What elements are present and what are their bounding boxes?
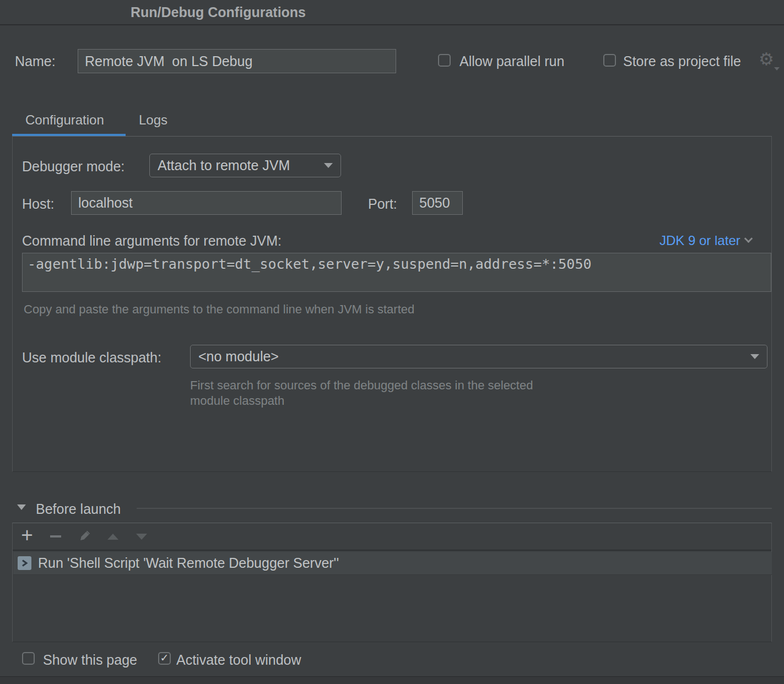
store-as-project-file-checkbox[interactable] xyxy=(603,54,616,67)
name-label: Name: xyxy=(15,53,56,69)
dialog-bottom-strip xyxy=(0,676,784,684)
allow-parallel-run-checkbox[interactable] xyxy=(438,54,451,67)
edit-task-button[interactable] xyxy=(70,523,99,550)
plus-icon: + xyxy=(21,525,33,545)
before-launch-task-row[interactable]: Run 'Shell Script 'Wait Remote Debugger … xyxy=(13,552,772,575)
show-this-page-checkbox[interactable] xyxy=(22,652,35,665)
debugger-mode-value: Attach to remote JVM xyxy=(158,158,290,173)
chevron-down-icon xyxy=(324,163,333,168)
cmdline-hint: Copy and paste the arguments to the comm… xyxy=(24,302,414,317)
store-as-project-file-label: Store as project file xyxy=(623,53,741,69)
before-launch-title: Before launch xyxy=(36,501,121,517)
module-classpath-hint-line2: module classpath xyxy=(190,394,284,408)
shell-script-run-icon xyxy=(18,556,31,570)
chevron-down-icon xyxy=(750,354,759,359)
tab-logs[interactable]: Logs xyxy=(139,112,167,128)
gear-icon: ⚙ xyxy=(759,50,774,69)
arrow-down-icon xyxy=(136,534,147,540)
move-task-down-button[interactable] xyxy=(127,523,156,550)
port-label: Port: xyxy=(368,196,397,212)
dialog-titlebar: Run/Debug Configurations xyxy=(0,0,784,25)
add-task-button[interactable]: + xyxy=(13,523,41,550)
dialog-title: Run/Debug Configurations xyxy=(131,4,306,20)
gear-dropdown-caret-icon xyxy=(774,67,780,70)
task-label: Run 'Shell Script 'Wait Remote Debugger … xyxy=(38,555,339,571)
host-input[interactable] xyxy=(71,191,342,215)
pencil-icon xyxy=(77,529,91,544)
module-classpath-hint-line1: First search for sources of the debugged… xyxy=(190,378,533,393)
checkmark-icon: ✓ xyxy=(160,653,169,663)
cmdline-arguments-field[interactable]: -agentlib:jdwp=transport=dt_socket,serve… xyxy=(22,253,771,292)
name-input[interactable] xyxy=(78,49,396,73)
jdk-version-value: JDK 9 or later xyxy=(659,233,740,248)
run-debug-configurations-dialog: Run/Debug Configurations Name: Allow par… xyxy=(0,0,784,684)
before-launch-panel: + Run 'She xyxy=(12,523,772,642)
show-this-page-label: Show this page xyxy=(43,652,137,668)
tab-configuration[interactable]: Configuration xyxy=(25,112,104,128)
store-options-gear-button[interactable]: ⚙ xyxy=(759,51,777,69)
activate-tool-window-checkbox[interactable]: ✓ xyxy=(158,652,171,665)
host-label: Host: xyxy=(22,196,54,212)
minus-icon xyxy=(50,535,61,538)
module-classpath-dropdown[interactable]: <no module> xyxy=(190,345,767,368)
module-classpath-label: Use module classpath: xyxy=(22,350,161,366)
chevron-down-icon xyxy=(744,234,753,243)
activate-tool-window-label: Activate tool window xyxy=(176,652,301,668)
port-input[interactable] xyxy=(412,191,463,215)
debugger-mode-dropdown[interactable]: Attach to remote JVM xyxy=(149,154,341,177)
allow-parallel-run-label: Allow parallel run xyxy=(459,53,564,69)
move-task-up-button[interactable] xyxy=(99,523,127,550)
module-classpath-value: <no module> xyxy=(198,349,279,365)
jdk-version-selector[interactable]: JDK 9 or later xyxy=(659,233,751,248)
before-launch-collapse-icon[interactable] xyxy=(17,504,26,510)
cmdline-label: Command line arguments for remote JVM: xyxy=(22,233,282,249)
remove-task-button[interactable] xyxy=(41,523,70,550)
arrow-up-icon xyxy=(107,534,118,540)
before-launch-separator xyxy=(137,508,772,509)
before-launch-toolbar: + xyxy=(13,523,771,551)
debugger-mode-label: Debugger mode: xyxy=(22,159,125,175)
